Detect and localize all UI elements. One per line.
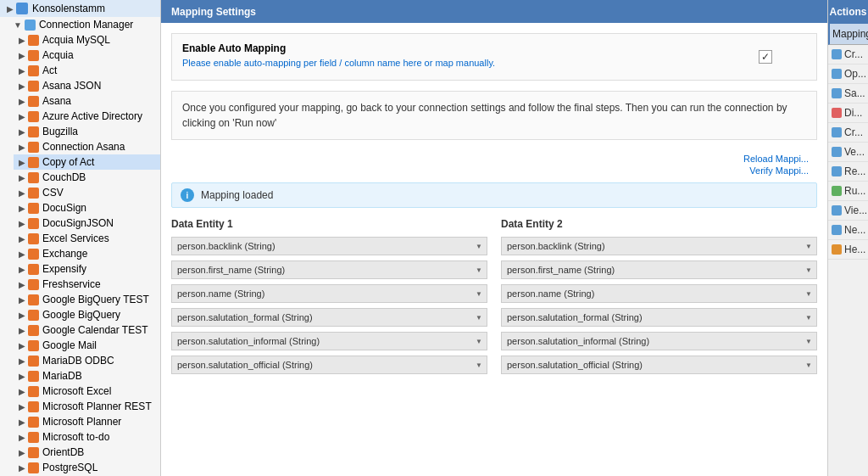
item-label: Exchange (42, 248, 87, 260)
entity2-select[interactable]: person.name (String) (501, 284, 817, 303)
item-icon (28, 65, 39, 76)
action-item[interactable]: Sa... (828, 84, 868, 104)
sidebar-item[interactable]: ▶ Google Calendar TEST (14, 322, 160, 338)
sidebar-root[interactable]: ▶ Konsolenstamm (0, 0, 160, 17)
sidebar-item[interactable]: ▶ CouchDB (14, 170, 160, 185)
sidebar-item[interactable]: ▶ DocuSign (14, 200, 160, 216)
entity1-select[interactable]: person.first_name (String) (171, 260, 487, 279)
sidebar-item[interactable]: ▶ Microsoft Planner (14, 414, 160, 429)
sidebar-item[interactable]: ▶ Asana JSON (14, 78, 160, 93)
sidebar-item[interactable]: ▶ CSV (14, 185, 160, 200)
item-arrow: ▶ (19, 356, 25, 366)
item-label: Google BigQuery TEST (42, 294, 149, 305)
action-item[interactable]: Di... (828, 104, 868, 123)
sidebar-item[interactable]: ▶ Acquia MySQL (14, 32, 160, 48)
item-label: Asana JSON (42, 80, 101, 92)
entity1-select[interactable]: person.salutation_official (String) (171, 356, 487, 374)
item-arrow: ▶ (19, 402, 25, 412)
entity2-row: person.backlink (String) (501, 237, 817, 255)
item-arrow: ▶ (19, 372, 25, 381)
action-icon (832, 88, 842, 98)
sidebar-item-connection-manager[interactable]: ▼ Connection Manager (0, 17, 160, 32)
sidebar-item[interactable]: ▶ PostgreSQL (14, 460, 160, 475)
action-item[interactable]: Cr... (828, 45, 868, 64)
sidebar-item[interactable]: ▶ Copy of Act (14, 154, 160, 170)
entity2-select[interactable]: person.salutation_official (String) (501, 356, 817, 374)
entity1-row: person.backlink (String) (171, 237, 487, 255)
sidebar-item[interactable]: ▶ Connection Asana (14, 139, 160, 154)
action-item[interactable]: Re... (828, 162, 868, 182)
sidebar-item[interactable]: ▶ Microsoft to-do (14, 429, 160, 445)
action-item[interactable]: He... (828, 240, 868, 260)
sidebar-item[interactable]: ▶ Microsoft Planner REST (14, 399, 160, 414)
item-arrow: ▶ (19, 204, 25, 213)
item-label: Expensify (42, 263, 86, 275)
sidebar-item[interactable]: ▶ OrientDB (14, 445, 160, 460)
sidebar-item[interactable]: ▶ Exchange (14, 246, 160, 261)
item-icon (28, 50, 39, 61)
reload-mapping-link[interactable]: Reload Mappi... (171, 154, 809, 164)
sidebar-item[interactable]: ▶ Excel Services (14, 231, 160, 246)
entity1-row: person.name (String) (171, 284, 487, 303)
sidebar: ▶ Konsolenstamm ▼ Connection Manager ▶ A… (0, 0, 161, 476)
actions-tab-mapping[interactable]: Mapping (828, 24, 868, 45)
item-arrow: ▶ (19, 417, 25, 427)
item-label: Acquia (42, 49, 74, 61)
action-item[interactable]: Ne... (828, 221, 868, 240)
action-item[interactable]: Ru... (828, 182, 868, 201)
item-label: Microsoft Planner REST (42, 400, 152, 412)
item-icon (28, 325, 39, 336)
entity1-select-wrapper: person.salutation_official (String) (171, 356, 487, 374)
action-item[interactable]: Vie... (828, 201, 868, 221)
main-content: Mapping Settings Enable Auto Mapping Ple… (161, 0, 827, 476)
item-label: DocuSign (42, 202, 86, 214)
sidebar-item[interactable]: ▶ Microsoft Excel (14, 384, 160, 399)
sidebar-item[interactable]: ▶ Google BigQuery (14, 307, 160, 322)
action-icon (832, 205, 842, 216)
action-label: Cr... (844, 48, 863, 60)
sidebar-item[interactable]: ▶ Asana (14, 93, 160, 109)
action-icon (832, 186, 842, 196)
item-label: Google BigQuery (42, 309, 120, 321)
item-label: OrientDB (42, 446, 84, 458)
sidebar-item[interactable]: ▶ Act (14, 63, 160, 78)
action-item[interactable]: Cr... (828, 123, 868, 143)
entity2-select[interactable]: person.salutation_informal (String) (501, 332, 817, 350)
item-icon (28, 218, 39, 229)
item-label: DocuSignJSON (42, 217, 114, 229)
item-arrow: ▶ (19, 158, 25, 167)
item-icon (28, 157, 39, 168)
item-label: Microsoft to-do (42, 431, 109, 443)
entity1-select[interactable]: person.salutation_informal (String) (171, 332, 487, 350)
action-item[interactable]: Ve... (828, 143, 868, 162)
item-icon (28, 172, 39, 183)
item-icon (28, 432, 39, 443)
sidebar-item[interactable]: ▶ Google Mail (14, 338, 160, 353)
entity2-select-wrapper: person.salutation_formal (String) (501, 308, 817, 327)
action-label: Ru... (844, 185, 865, 197)
verify-mapping-link[interactable]: Verify Mappi... (171, 165, 809, 176)
sidebar-item[interactable]: ▶ Acquia (14, 48, 160, 63)
item-label: CouchDB (42, 171, 86, 183)
item-arrow: ▶ (19, 143, 25, 152)
main-header: Mapping Settings (161, 0, 827, 23)
entity2-select[interactable]: person.first_name (String) (501, 260, 817, 279)
sidebar-item[interactable]: ▶ Expensify (14, 261, 160, 277)
action-item[interactable]: Op... (828, 64, 868, 84)
auto-mapping-checkbox[interactable] (759, 50, 772, 64)
sidebar-item[interactable]: ▶ Google BigQuery TEST (14, 292, 160, 307)
auto-mapping-row: Enable Auto Mapping Please enable auto-m… (182, 42, 806, 71)
sidebar-item[interactable]: ▶ Freshservice (14, 277, 160, 292)
action-icon (832, 127, 842, 137)
sidebar-item[interactable]: ▶ Azure Active Directory (14, 109, 160, 124)
action-label: Op... (844, 68, 866, 80)
entity2-select[interactable]: person.salutation_formal (String) (501, 308, 817, 327)
entity2-select[interactable]: person.backlink (String) (501, 237, 817, 255)
sidebar-item[interactable]: ▶ Bugzilla (14, 124, 160, 139)
sidebar-item[interactable]: ▶ MariaDB ODBC (14, 353, 160, 368)
entity1-select[interactable]: person.name (String) (171, 284, 487, 303)
entity1-select[interactable]: person.salutation_formal (String) (171, 308, 487, 327)
entity1-select[interactable]: person.backlink (String) (171, 237, 487, 255)
sidebar-item[interactable]: ▶ DocuSignJSON (14, 216, 160, 231)
sidebar-item[interactable]: ▶ MariaDB (14, 368, 160, 384)
